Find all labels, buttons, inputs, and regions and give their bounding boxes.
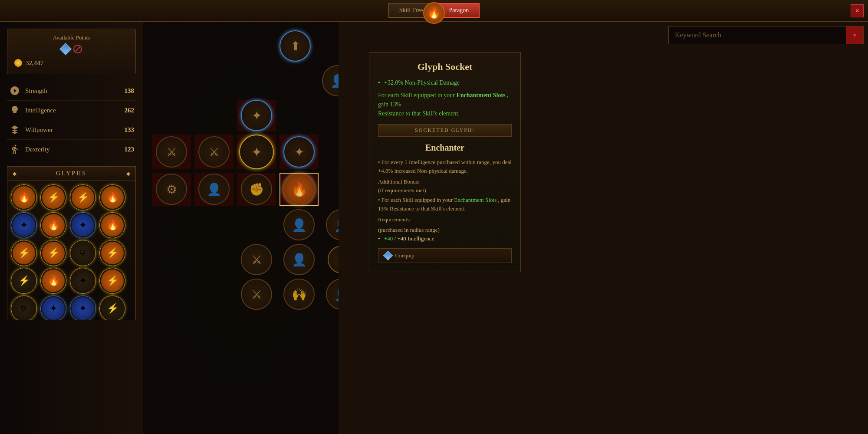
glyphs-header: ◆ GLYPHS ◆: [7, 167, 135, 181]
node-r3-c4[interactable]: ✦: [283, 136, 315, 168]
tooltip-green-p5: that Skill's element.: [412, 110, 460, 117]
intelligence-value: 262: [125, 107, 135, 114]
node-r6-c5[interactable]: ⚙: [328, 246, 339, 273]
glyph-icon-11: 🜃: [72, 242, 94, 264]
selected-socket-node[interactable]: 🔥: [283, 174, 315, 205]
glyph-slot-11[interactable]: 🜃: [70, 240, 96, 266]
unequip-icon: [383, 251, 393, 261]
tooltip-green-enchantment: For each Skill equipped in your Enchantm…: [378, 91, 512, 118]
glyph-slot-7[interactable]: ✦: [70, 212, 96, 238]
keyword-dropdown-button[interactable]: ▼: [846, 26, 863, 44]
glyph-icon-16: ⚡: [101, 270, 124, 292]
node-top-center[interactable]: ⬆: [279, 30, 311, 62]
glyph-slot-19[interactable]: ✦: [70, 296, 96, 320]
node-r2-c3[interactable]: ✦: [241, 100, 272, 131]
glyph-slot-18[interactable]: ✦: [40, 296, 66, 320]
glyph-slot-17[interactable]: 🜃: [11, 296, 37, 320]
tooltip-green-p1: For each Skill equipped in your: [378, 92, 455, 99]
no-points-icon: [73, 45, 82, 53]
glyph-slot-14[interactable]: 🔥: [40, 268, 66, 294]
node-r3-center[interactable]: ✦: [239, 135, 274, 169]
glyph-slot-6[interactable]: 🔥: [40, 212, 66, 238]
glyph-icon-4: 🔥: [101, 186, 124, 209]
glyph-slot-13[interactable]: ⚡: [11, 268, 37, 294]
tooltip-box: Glyph Socket +32.0% Non-Physical Damage …: [369, 52, 521, 272]
glyph-icon-1: 🔥: [13, 186, 35, 209]
tooltip-req-value: +40 / +40 Intelligence: [378, 235, 512, 242]
node-r6-c3[interactable]: ⚔: [241, 244, 272, 275]
dexterity-value: 123: [125, 146, 135, 153]
tooltip-additional-label: Additional Bonus:: [378, 178, 512, 185]
intelligence-label: Intelligence: [25, 107, 125, 114]
tooltip-green-p2: Enchantment Slots: [456, 92, 505, 99]
node-r4-c1[interactable]: ⚙: [156, 174, 187, 205]
node-r4-c3[interactable]: ✊: [241, 174, 272, 205]
willpower-icon: [9, 124, 21, 136]
tooltip-body-text-1: For every 5 Intelligence purchased withi…: [378, 159, 512, 174]
node-r3-c1[interactable]: ⚔: [156, 136, 187, 168]
unequip-button[interactable]: Unequip: [378, 248, 512, 263]
node-r7-c5[interactable]: 👤: [326, 279, 339, 310]
node-r7-c4[interactable]: 🙌: [283, 279, 315, 310]
tooltip-additional-sub: (if requirements met): [378, 187, 512, 194]
glyph-slot-10[interactable]: ⚡: [40, 240, 66, 266]
strength-label: Strength: [25, 87, 125, 95]
socketed-glyph-divider: SOCKETED GLYPH:: [378, 124, 512, 137]
glyph-icon-19: ✦: [72, 297, 94, 320]
glyph-icon-6: 🔥: [42, 214, 65, 237]
glyph-slot-4[interactable]: 🔥: [99, 184, 125, 210]
glyph-slot-8[interactable]: 🔥: [99, 212, 125, 238]
paragon-grid: ⬆ 👤 👤 ✦: [152, 30, 339, 310]
points-icons: [14, 45, 128, 53]
glyph-slot-1[interactable]: 🔥: [11, 184, 37, 210]
glyph-icon-20: ⚡: [101, 297, 124, 320]
node-r7-c3[interactable]: ⚔: [241, 279, 272, 310]
socketed-glyph-name: Enchanter: [378, 143, 512, 153]
node-r4-c2[interactable]: 👤: [198, 174, 230, 205]
glyph-slot-9[interactable]: ⚡: [11, 240, 37, 266]
keyword-search-input[interactable]: [669, 27, 846, 43]
glyph-slot-5[interactable]: ✦: [11, 212, 37, 238]
glyphs-section: ◆ GLYPHS ◆ 🔥 ⚡ ⚡ 🔥 ✦ 🔥: [7, 166, 136, 320]
stat-row-intelligence: Intelligence 262: [7, 101, 136, 120]
glyph-slot-3[interactable]: ⚡: [70, 184, 96, 210]
paragon-icon: 🔥: [423, 2, 445, 24]
stat-row-dexterity: Dexterity 123: [7, 140, 136, 159]
glyphs-grid: 🔥 ⚡ ⚡ 🔥 ✦ 🔥 ✦ 🔥: [7, 181, 135, 320]
glyph-icon-2: ⚡: [42, 186, 65, 209]
glyphs-arrow-right: ◆: [126, 171, 130, 177]
unequip-label: Unequip: [395, 252, 414, 259]
willpower-label: Willpower: [25, 126, 125, 134]
gold-row: 32,447: [14, 57, 128, 69]
glyph-slot-16[interactable]: ⚡: [99, 268, 125, 294]
diamond-icon: [59, 43, 71, 55]
close-button[interactable]: ×: [851, 4, 864, 17]
bullet-dot-1: •: [378, 159, 381, 165]
glyph-slot-15[interactable]: ✦: [70, 268, 96, 294]
glyph-slot-12[interactable]: ⚡: [99, 240, 125, 266]
node-r3-c2[interactable]: ⚔: [198, 136, 230, 168]
available-points-title: Available Points: [14, 34, 128, 41]
stat-row-strength: Strength 138: [7, 81, 136, 101]
node-r6-c4[interactable]: 👤: [283, 244, 315, 275]
node-r1-c5[interactable]: 👤: [322, 65, 339, 96]
node-r5-c5[interactable]: 👤: [326, 209, 339, 240]
glyph-slot-20[interactable]: ⚡: [99, 296, 125, 320]
glyph-icon-14: 🔥: [42, 270, 65, 292]
tooltip-body-bullet2: • For each Skill equipped in your Enchan…: [378, 196, 512, 213]
stat-row-willpower: Willpower 133: [7, 120, 136, 140]
glyph-icon-13: ⚡: [13, 270, 35, 292]
stats-section: Strength 138 Intelligence 262 Willpower …: [7, 81, 136, 159]
gold-amount: 32,447: [26, 59, 43, 67]
tooltip-req-sub: (purchased in radius range): [378, 227, 512, 233]
glyph-icon-3: ⚡: [72, 186, 94, 209]
glyph-icon-7: ✦: [72, 214, 94, 237]
glyph-slot-2[interactable]: ⚡: [40, 184, 66, 210]
tooltip-body-text-2a: For each Skill equipped in your: [381, 197, 453, 203]
node-r5-c4[interactable]: 👤: [283, 209, 315, 240]
willpower-value: 133: [125, 126, 135, 134]
glyph-icon-18: ✦: [42, 297, 65, 320]
tooltip-stat-damage: +32.0% Non-Physical Damage: [378, 79, 512, 86]
req-normal-part: +40 Intelligence: [397, 235, 434, 242]
dexterity-icon: [9, 143, 21, 155]
